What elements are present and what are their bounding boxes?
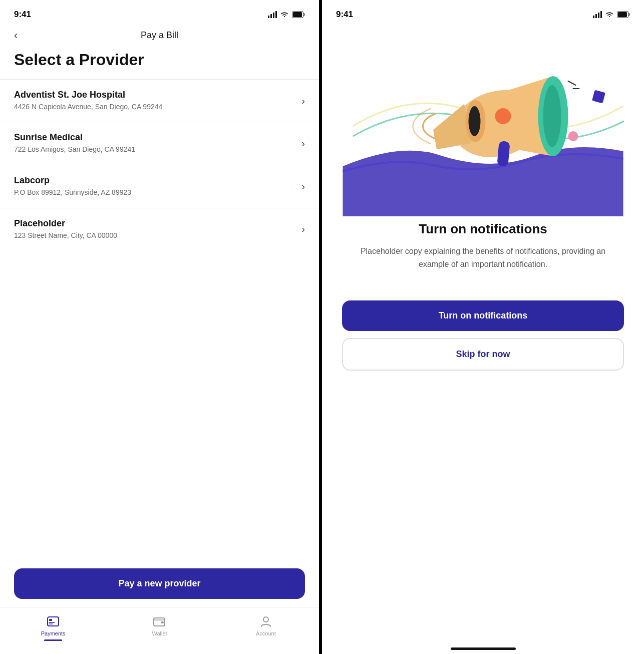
- provider-info: Labcorp P.O Box 89912, Sunnyside, AZ 899…: [14, 175, 295, 198]
- svg-point-21: [543, 85, 561, 147]
- svg-point-12: [263, 617, 268, 622]
- chevron-right-icon: ›: [301, 138, 305, 149]
- battery-icon: [292, 11, 305, 18]
- svg-rect-5: [293, 12, 302, 17]
- status-bar-left: 9:41: [0, 0, 319, 26]
- bottom-area: Pay a new provider: [0, 560, 319, 599]
- illustration-area: [342, 26, 624, 216]
- tab-payments[interactable]: Payments: [0, 611, 106, 644]
- svg-rect-15: [598, 13, 599, 18]
- svg-rect-0: [268, 16, 269, 18]
- svg-point-26: [568, 131, 578, 141]
- status-icons-left: [268, 11, 305, 18]
- megaphone-illustration: [342, 26, 624, 216]
- notification-title: Turn on notifications: [352, 221, 614, 237]
- status-time-right: 9:41: [336, 10, 353, 20]
- svg-line-29: [568, 81, 576, 85]
- wallet-icon: [152, 614, 166, 628]
- active-tab-indicator: [44, 639, 62, 641]
- provider-name: Labcorp: [14, 175, 295, 186]
- left-phone-screen: 9:41 ‹ Pay a Bill: [0, 0, 322, 654]
- provider-item[interactable]: Labcorp P.O Box 89912, Sunnyside, AZ 899…: [0, 165, 319, 208]
- svg-point-25: [495, 108, 511, 124]
- provider-info: Sunrise Medical 722 Los Amigos, San Dieg…: [14, 132, 295, 155]
- provider-name: Placeholder: [14, 218, 295, 229]
- skip-for-now-button[interactable]: Skip for now: [342, 338, 624, 371]
- svg-rect-24: [497, 141, 510, 167]
- header-title: Pay a Bill: [141, 30, 178, 41]
- signal-icon: [593, 11, 602, 18]
- status-bar-right: 9:41: [322, 0, 644, 26]
- provider-address: P.O Box 89912, Sunnyside, AZ 89923: [14, 188, 295, 198]
- provider-list: Adventist St. Joe Hospital 4426 N Capico…: [0, 80, 319, 560]
- provider-name: Adventist St. Joe Hospital: [14, 90, 295, 100]
- provider-address: 4426 N Capicola Avenue, San Diego, CA 99…: [14, 102, 295, 112]
- payments-icon: [46, 614, 60, 628]
- battery-icon: [617, 11, 630, 18]
- chevron-right-icon: ›: [301, 223, 305, 235]
- svg-rect-28: [592, 90, 605, 104]
- svg-point-23: [469, 106, 481, 136]
- svg-rect-2: [273, 13, 274, 18]
- svg-rect-7: [49, 619, 52, 621]
- right-phone-screen: 9:41: [322, 0, 644, 654]
- wifi-icon: [605, 11, 614, 18]
- svg-point-27: [530, 88, 536, 94]
- provider-item[interactable]: Sunrise Medical 722 Los Amigos, San Dieg…: [0, 122, 319, 165]
- svg-rect-16: [600, 11, 602, 18]
- provider-address: 722 Los Amigos, San Diego, CA 99241: [14, 145, 295, 155]
- tab-wallet-label: Wallet: [152, 630, 167, 636]
- tab-bar: Payments Wallet Account: [0, 607, 319, 654]
- provider-info: Adventist St. Joe Hospital 4426 N Capico…: [14, 90, 295, 112]
- tab-payments-label: Payments: [41, 630, 66, 636]
- tab-wallet[interactable]: Wallet: [106, 611, 212, 644]
- svg-rect-18: [618, 12, 627, 17]
- provider-address: 123 Street Name, City, CA 00000: [14, 231, 295, 241]
- notification-screen: Turn on notifications Placeholder copy e…: [322, 26, 644, 639]
- svg-rect-11: [161, 621, 164, 623]
- wifi-icon: [280, 11, 289, 18]
- provider-item[interactable]: Adventist St. Joe Hospital 4426 N Capico…: [0, 80, 319, 123]
- chevron-right-icon: ›: [301, 95, 305, 107]
- signal-icon: [268, 11, 277, 18]
- tab-account[interactable]: Account: [213, 611, 319, 644]
- page-title: Select a Provider: [0, 47, 319, 79]
- back-button[interactable]: ‹: [14, 29, 18, 42]
- notification-buttons: Turn on notifications Skip for now: [342, 300, 624, 371]
- pay-new-provider-button[interactable]: Pay a new provider: [14, 568, 305, 599]
- status-time-left: 9:41: [14, 10, 31, 20]
- svg-rect-13: [593, 16, 594, 18]
- status-icons-right: [593, 11, 630, 18]
- provider-name: Sunrise Medical: [14, 132, 295, 143]
- header: ‹ Pay a Bill: [0, 26, 319, 47]
- turn-on-notifications-button[interactable]: Turn on notifications: [342, 300, 624, 331]
- home-indicator: [451, 647, 516, 650]
- provider-info: Placeholder 123 Street Name, City, CA 00…: [14, 218, 295, 241]
- notification-content: Turn on notifications Placeholder copy e…: [342, 221, 624, 270]
- tab-account-label: Account: [256, 630, 276, 636]
- svg-rect-6: [48, 617, 59, 626]
- provider-item[interactable]: Placeholder 123 Street Name, City, CA 00…: [0, 208, 319, 251]
- notification-description: Placeholder copy explaining the benefits…: [352, 245, 614, 270]
- account-icon: [259, 614, 273, 628]
- svg-rect-3: [275, 11, 277, 18]
- chevron-right-icon: ›: [301, 181, 305, 192]
- svg-rect-14: [595, 14, 597, 18]
- svg-rect-1: [270, 14, 272, 18]
